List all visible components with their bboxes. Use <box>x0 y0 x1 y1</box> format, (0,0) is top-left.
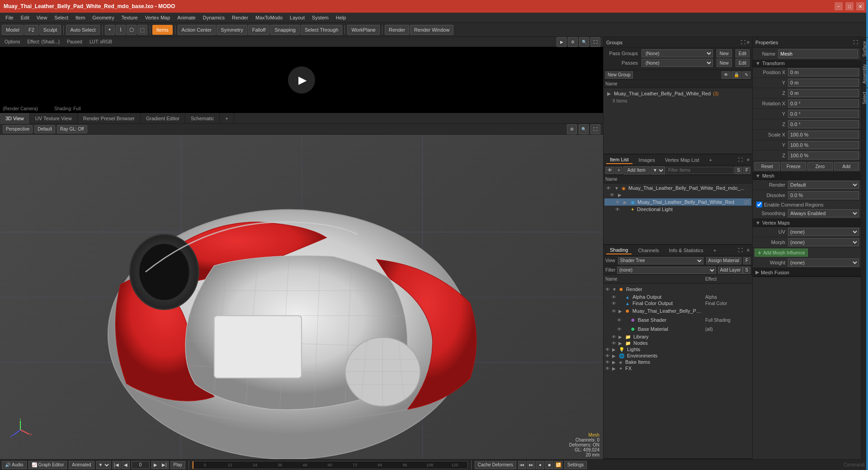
shader-row-render[interactable]: 👁 ▼ ● Render <box>604 285 751 294</box>
vp-icon-1[interactable]: ⚙ <box>567 124 577 134</box>
items-button[interactable]: Items <box>152 25 173 35</box>
assign-material-button[interactable]: Assign Material <box>706 257 741 264</box>
item-row-0[interactable]: 👁 ▼ ◉ Muay_Thai_Leather_Belly_Pad_White_… <box>604 184 751 192</box>
scale-y-input[interactable] <box>788 141 859 149</box>
groups-icon-1[interactable]: 👁 <box>722 71 731 79</box>
shader-row-base-shader[interactable]: 👁 ● Base Shader Full Shading <box>604 315 751 324</box>
tab-add[interactable]: + <box>220 113 234 124</box>
render-select[interactable]: Default <box>788 181 859 189</box>
pos-z-input[interactable] <box>788 89 859 97</box>
filter-items-input[interactable] <box>666 167 734 174</box>
side-tab-select[interactable]: Select <box>861 88 868 108</box>
dissolve-input[interactable] <box>788 191 859 199</box>
add-item-select[interactable]: ▼ <box>651 166 665 174</box>
group-tree-item[interactable]: ▶ Muay_Thai_Leather_Belly_Pad_White_Red … <box>605 90 750 98</box>
shader-row-final-color[interactable]: 👁 ▲ Final Color Output Final Color <box>604 300 751 306</box>
workplane-button[interactable]: WorkPlane <box>347 25 380 35</box>
menu-render[interactable]: Render <box>228 14 252 21</box>
add-morph-influence-button[interactable]: Add Morph Influence <box>755 249 808 257</box>
snapping-button[interactable]: Snapping <box>270 25 300 35</box>
item-list-settings-icon[interactable]: ≡ <box>747 157 750 162</box>
settings-button[interactable]: Settings <box>564 461 587 469</box>
menu-animate[interactable]: Animate <box>174 14 199 21</box>
shading-settings-icon[interactable]: ≡ <box>747 248 750 253</box>
vp-icon-3[interactable]: ⛶ <box>590 124 600 134</box>
props-expand-icon[interactable]: ⛶ <box>854 40 858 45</box>
vertex-maps-header[interactable]: ▼ Vertex Maps <box>753 219 861 227</box>
options-label[interactable]: Options <box>3 39 22 45</box>
render-play-button[interactable] <box>288 66 315 94</box>
item-list-expand-icon[interactable]: ⛶ <box>738 157 743 162</box>
ray-gl-button[interactable]: Ray GL: Off <box>57 125 87 133</box>
icon-edge[interactable]: ⌇ <box>116 25 126 35</box>
menu-dynamics[interactable]: Dynamics <box>199 14 228 21</box>
pass-groups-select[interactable]: (None) <box>642 49 713 57</box>
graph-editor-button[interactable]: 📈 Graph Editor <box>28 461 67 469</box>
icon-vertex[interactable]: • <box>105 25 115 35</box>
weight-select[interactable]: (none) <box>788 258 859 267</box>
eye-toggle-button[interactable]: 👁 <box>605 167 614 174</box>
animated-button[interactable]: Animated <box>69 461 94 469</box>
tab-item-list[interactable]: Item List <box>606 156 632 164</box>
groups-icon-2[interactable]: 🔒 <box>731 71 741 79</box>
menu-edit[interactable]: Edit <box>17 14 33 21</box>
pos-y-input[interactable] <box>788 79 859 87</box>
morph-select[interactable]: (none) <box>788 238 859 246</box>
transport-3[interactable]: ● <box>536 461 544 469</box>
animated-select[interactable]: ▼ <box>96 461 111 469</box>
passes-select[interactable]: (None) <box>642 59 713 67</box>
tab-gradient-editor[interactable]: Gradient Editor <box>141 113 185 124</box>
menu-help[interactable]: Help <box>332 14 350 21</box>
tab-vertex-map-list[interactable]: Vertex Map List <box>661 156 703 164</box>
play-named-button[interactable]: Play <box>170 461 185 469</box>
symmetry-button[interactable]: Symmetry <box>217 25 247 35</box>
shader-s2-button[interactable]: S <box>743 267 750 274</box>
audio-button[interactable]: 🔊 Audio <box>2 461 27 469</box>
shader-row-fx[interactable]: 👁 ▶ ✦ FX <box>604 365 751 371</box>
render-zoom-icon[interactable]: 🔍 <box>579 37 589 47</box>
enable-command-regions-checkbox[interactable] <box>756 202 762 207</box>
filter-f-button[interactable]: F <box>743 167 750 174</box>
action-center-button[interactable]: Action Center <box>178 25 216 35</box>
shader-row-lights[interactable]: 👁 ▶ 💡 Lights <box>604 346 751 352</box>
shader-row-bake[interactable]: 👁 ▶ ◈ Bake Items <box>604 359 751 365</box>
shader-row-nodes[interactable]: 👁 ▶ 📁 Nodes <box>604 340 751 346</box>
falloff-button[interactable]: Falloff <box>248 25 270 35</box>
menu-layout[interactable]: Layout <box>286 14 308 21</box>
shader-tree-select[interactable]: Shader Tree <box>618 257 703 264</box>
menu-texture[interactable]: Texture <box>118 14 142 21</box>
rot-x-input[interactable] <box>788 99 859 108</box>
menu-view[interactable]: View <box>33 14 51 21</box>
frame-input[interactable] <box>132 461 150 469</box>
transform-header[interactable]: ▼ Transform <box>753 60 861 67</box>
add-transform-button[interactable]: Add <box>834 162 859 170</box>
sculpt-button[interactable]: Sculpt <box>39 25 61 35</box>
default-button[interactable]: Default <box>34 125 55 133</box>
icon-polygon[interactable]: ⬡ <box>127 25 137 35</box>
shader-row-alpha[interactable]: 👁 ▲ Alpha Output Alpha <box>604 294 751 300</box>
add-sub-button[interactable]: + <box>615 167 623 174</box>
close-button[interactable]: ✕ <box>856 2 864 10</box>
tab-item-add[interactable]: + <box>705 156 715 164</box>
auto-select-button[interactable]: Auto Select <box>66 25 99 35</box>
pass-groups-edit-button[interactable]: Edit <box>736 49 750 57</box>
mesh-fusion-header[interactable]: ▶ Mesh Fusion <box>753 268 861 277</box>
reset-button[interactable]: Reset <box>755 162 780 170</box>
passes-new-button[interactable]: New <box>717 59 732 67</box>
side-tab-surface[interactable]: Surface <box>861 37 868 60</box>
menu-geometry[interactable]: Geometry <box>89 14 118 21</box>
tab-info-stats[interactable]: Info & Statistics <box>665 247 707 254</box>
transport-5[interactable]: 🔂 <box>554 461 562 469</box>
tab-shading[interactable]: Shading <box>606 246 632 254</box>
tab-shading-add[interactable]: + <box>710 247 720 254</box>
mesh-header[interactable]: ▼ Mesh <box>753 172 861 180</box>
render-play-icon[interactable]: ▶ <box>557 37 566 47</box>
add-layer-button[interactable]: Add Layer <box>718 267 743 274</box>
shading-expand-icon[interactable]: ⛶ <box>738 248 743 253</box>
pos-x-input[interactable] <box>788 68 859 76</box>
tab-images[interactable]: Images <box>635 156 659 164</box>
menu-file[interactable]: File <box>2 14 17 21</box>
item-row-1[interactable]: 👁 ▶ <box>604 192 751 198</box>
minimize-button[interactable]: − <box>835 2 843 10</box>
add-item-button[interactable]: Add Item <box>623 166 650 174</box>
